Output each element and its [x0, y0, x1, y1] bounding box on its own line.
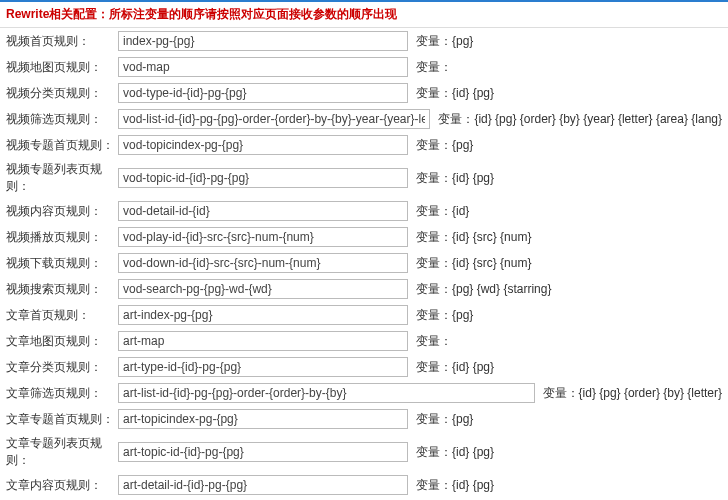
rule-row: 文章分类页规则：变量：{id} {pg} — [0, 354, 728, 380]
rule-label: 视频专题列表页规则： — [6, 161, 118, 195]
rule-row: 视频专题首页规则：变量：{pg} — [0, 132, 728, 158]
rule-input[interactable] — [118, 357, 408, 377]
rule-input[interactable] — [118, 109, 430, 129]
rule-label: 视频搜索页规则： — [6, 281, 118, 298]
rule-vars: 变量：{id} {pg} — [416, 444, 494, 461]
rule-input[interactable] — [118, 227, 408, 247]
rule-label: 视频分类页规则： — [6, 85, 118, 102]
rule-input[interactable] — [118, 305, 408, 325]
rule-row: 视频地图页规则：变量： — [0, 54, 728, 80]
rule-vars: 变量：{id} {pg} — [416, 477, 494, 494]
rule-input[interactable] — [118, 475, 408, 495]
rule-vars: 变量： — [416, 59, 452, 76]
rule-input[interactable] — [118, 168, 408, 188]
rule-row: 文章专题首页规则：变量：{pg} — [0, 406, 728, 432]
rule-label: 文章专题列表页规则： — [6, 435, 118, 469]
rule-input[interactable] — [118, 279, 408, 299]
rule-vars: 变量：{pg} {wd} {starring} — [416, 281, 551, 298]
rule-input[interactable] — [118, 442, 408, 462]
rule-label: 文章专题首页规则： — [6, 411, 118, 428]
rule-row: 文章内容页规则：变量：{id} {pg} — [0, 472, 728, 498]
rule-vars: 变量：{id} {src} {num} — [416, 229, 531, 246]
rule-row: 文章筛选页规则：变量：{id} {pg} {order} {by} {lette… — [0, 380, 728, 406]
rule-input[interactable] — [118, 409, 408, 429]
rule-label: 视频首页规则： — [6, 33, 118, 50]
rule-label: 文章筛选页规则： — [6, 385, 118, 402]
rule-row: 文章专题列表页规则：变量：{id} {pg} — [0, 432, 728, 472]
rule-label: 视频播放页规则： — [6, 229, 118, 246]
rule-input[interactable] — [118, 253, 408, 273]
rule-vars: 变量：{id} {pg} — [416, 85, 494, 102]
rule-label: 视频下载页规则： — [6, 255, 118, 272]
rule-label: 视频内容页规则： — [6, 203, 118, 220]
rule-vars: 变量：{pg} — [416, 33, 473, 50]
rule-vars: 变量：{id} {pg} — [416, 170, 494, 187]
rule-vars: 变量：{pg} — [416, 137, 473, 154]
rule-label: 文章地图页规则： — [6, 333, 118, 350]
rule-label: 文章分类页规则： — [6, 359, 118, 376]
rule-label: 文章内容页规则： — [6, 477, 118, 494]
rule-row: 视频内容页规则：变量：{id} — [0, 198, 728, 224]
rule-row: 文章地图页规则：变量： — [0, 328, 728, 354]
rule-row: 视频搜索页规则：变量：{pg} {wd} {starring} — [0, 276, 728, 302]
rule-row: 视频播放页规则：变量：{id} {src} {num} — [0, 224, 728, 250]
rewrite-notice: Rewrite相关配置：所标注变量的顺序请按照对应页面接收参数的顺序出现 — [0, 0, 728, 28]
rule-input[interactable] — [118, 83, 408, 103]
rule-vars: 变量：{id} {pg} {order} {by} {letter} — [543, 385, 722, 402]
rule-row: 视频分类页规则：变量：{id} {pg} — [0, 80, 728, 106]
rule-vars: 变量：{id} {src} {num} — [416, 255, 531, 272]
rule-row: 视频首页规则：变量：{pg} — [0, 28, 728, 54]
rule-input[interactable] — [118, 57, 408, 77]
rule-row: 视频下载页规则：变量：{id} {src} {num} — [0, 250, 728, 276]
rule-vars: 变量：{id} {pg} {order} {by} {year} {letter… — [438, 111, 722, 128]
rule-vars: 变量：{id} — [416, 203, 469, 220]
rule-label: 视频地图页规则： — [6, 59, 118, 76]
rule-input[interactable] — [118, 201, 408, 221]
rule-label: 视频专题首页规则： — [6, 137, 118, 154]
rule-vars: 变量：{pg} — [416, 307, 473, 324]
rule-row: 视频专题列表页规则：变量：{id} {pg} — [0, 158, 728, 198]
rule-input[interactable] — [118, 331, 408, 351]
rule-vars: 变量： — [416, 333, 452, 350]
rule-row: 文章首页规则：变量：{pg} — [0, 302, 728, 328]
rule-input[interactable] — [118, 135, 408, 155]
rule-vars: 变量：{pg} — [416, 411, 473, 428]
rule-vars: 变量：{id} {pg} — [416, 359, 494, 376]
rule-label: 文章首页规则： — [6, 307, 118, 324]
rule-input[interactable] — [118, 31, 408, 51]
rule-input[interactable] — [118, 383, 535, 403]
rule-label: 视频筛选页规则： — [6, 111, 118, 128]
rules-list: 视频首页规则：变量：{pg}视频地图页规则：变量：视频分类页规则：变量：{id}… — [0, 28, 728, 500]
rule-row: 视频筛选页规则：变量：{id} {pg} {order} {by} {year}… — [0, 106, 728, 132]
